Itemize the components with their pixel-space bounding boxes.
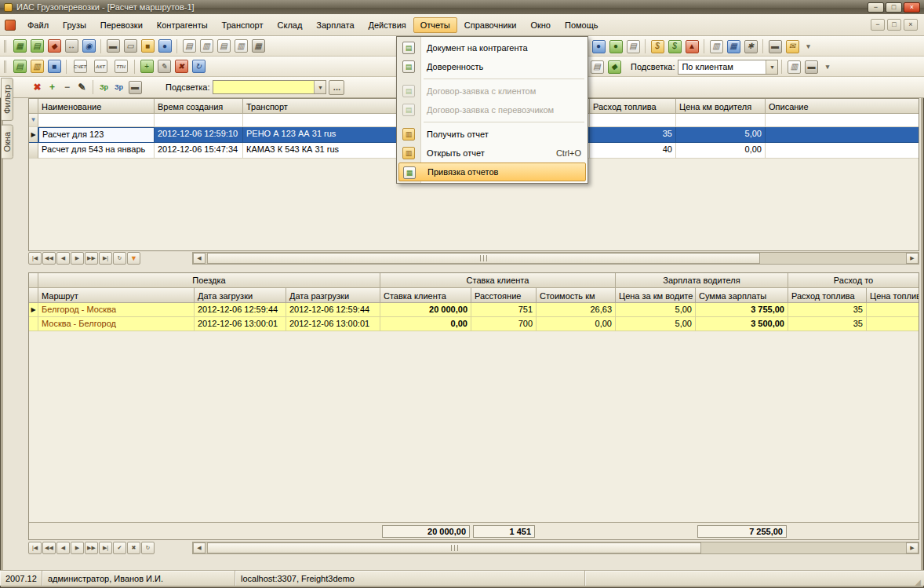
trip-salary-cell[interactable]: 3 500,00	[696, 317, 788, 331]
route-icon[interactable]: ◆	[606, 58, 623, 75]
column-header-load-date[interactable]: Дата загрузки	[195, 288, 286, 303]
tab-windows[interactable]: Окна	[1, 125, 13, 159]
salary-icon[interactable]: $	[666, 38, 683, 55]
calculator-icon[interactable]: ▦	[249, 38, 267, 55]
trip-cost-km-cell[interactable]: 26,63	[537, 303, 616, 317]
nav-refresh-button[interactable]: ↻	[141, 542, 155, 554]
print-grid-icon[interactable]: ▬	[802, 58, 820, 75]
chart-icon[interactable]: ▦	[725, 38, 742, 55]
close-button[interactable]: ×	[904, 2, 920, 13]
column-header-name[interactable]: Наименование	[38, 99, 155, 114]
menu-item-client-contract[interactable]: ▤ Договор-заявка с клиентом	[397, 82, 588, 100]
column-header-price-km[interactable]: Цена км водителя	[676, 99, 766, 114]
edit-filter-icon[interactable]: ✎	[75, 80, 89, 95]
menu-help[interactable]: Помощь	[558, 17, 606, 33]
toolbar-overflow-icon[interactable]: ▾	[820, 60, 835, 75]
menu-item-carrier-contract[interactable]: ▤ Договор-заявка с перевозчиком	[397, 100, 588, 119]
nav-first-button[interactable]: |◀	[28, 542, 42, 554]
trip-fuel-cell[interactable]: 35	[788, 317, 867, 331]
remove-filter-icon[interactable]: −	[60, 80, 75, 95]
clear-filter-icon[interactable]: ✖	[30, 80, 45, 95]
menu-item-report-binding[interactable]: ▦ Привязка отчетов	[398, 163, 586, 181]
column-header-fuel[interactable]: Расход топлива	[788, 288, 867, 303]
nav-last-button[interactable]: ▶|	[99, 542, 112, 554]
column-header-salary[interactable]: Сумма зарплаты	[696, 288, 788, 303]
menu-cargo[interactable]: Грузы	[56, 17, 93, 33]
calculation-fuel-cell[interactable]: 35	[590, 127, 676, 143]
band-client-rate[interactable]: Ставка клиента	[380, 273, 616, 288]
distance-icon[interactable]: ↔	[63, 38, 80, 55]
filter-cell[interactable]	[676, 114, 766, 127]
waybill-icon[interactable]: ▥	[232, 38, 249, 55]
band-trip[interactable]: Поездка	[38, 273, 380, 288]
menu-item-open-report[interactable]: ▥ Открыть отчет Ctrl+O	[397, 144, 588, 163]
trip-route-cell[interactable]: Белгород - Москва	[38, 303, 195, 317]
filter-cell[interactable]	[766, 114, 919, 127]
trip-route-cell[interactable]: Москва - Белгород	[38, 317, 195, 331]
band-driver-salary[interactable]: Зарплата водителя	[616, 273, 788, 288]
ttn-document-icon[interactable]: ТТН	[111, 58, 131, 75]
band-fuel[interactable]: Расход то	[788, 273, 919, 288]
nav-next-page-button[interactable]: ▶▶	[85, 542, 98, 554]
nav-cancel-button[interactable]: ✖	[127, 542, 140, 554]
nav-prior-page-button[interactable]: ◀◀	[42, 542, 56, 554]
menu-actions[interactable]: Действия	[362, 17, 413, 33]
toolbar-overflow-icon[interactable]: ▾	[801, 39, 816, 54]
nav-prior-button[interactable]: ◀	[56, 542, 70, 554]
trip-driver-km-price-cell[interactable]: 5,00	[616, 303, 696, 317]
filter-cell[interactable]	[590, 114, 676, 127]
toolbar-grip[interactable]	[4, 60, 8, 73]
scroll-left-button[interactable]: ◀	[193, 542, 206, 553]
invoice-document-icon[interactable]: СЧЕТ	[70, 58, 90, 75]
open-calculation-icon[interactable]: ▥	[28, 58, 45, 75]
nav-refresh-button[interactable]: ↻	[113, 252, 126, 265]
new-calculation-icon[interactable]: ▤	[11, 58, 28, 75]
trip-fuel-cell[interactable]: 35	[788, 303, 867, 317]
globe-icon[interactable]: ◉	[80, 38, 97, 55]
trip-row[interactable]: ▶ Белгород - Москва 2012-12-06 12:59:44 …	[29, 303, 919, 317]
mdi-minimize-button[interactable]: −	[871, 19, 885, 31]
menu-reports[interactable]: Отчеты	[413, 17, 457, 33]
save-icon[interactable]: ■	[45, 58, 63, 75]
column-header-unload-date[interactable]: Дата разгрузки	[286, 288, 380, 303]
mdi-restore-button[interactable]: □	[887, 19, 901, 31]
nav-post-button[interactable]: ✔	[113, 542, 126, 554]
column-header-description[interactable]: Описание	[766, 99, 919, 114]
print-filter-icon[interactable]: ▬	[126, 79, 144, 96]
invoice-icon[interactable]: ▥	[198, 38, 215, 55]
highlight-more-button[interactable]: ...	[329, 80, 344, 95]
nav-next-button[interactable]: ▶	[71, 542, 84, 554]
column-header-route[interactable]: Маршрут	[38, 288, 195, 303]
calculation-price-km-cell[interactable]: 5,00	[676, 127, 766, 143]
trip-unload-date-cell[interactable]: 2012-12-06 12:59:44	[286, 303, 380, 317]
mail-icon[interactable]: ✉	[784, 38, 801, 55]
calculation-name-cell[interactable]: Расчет для 123	[38, 127, 155, 143]
menu-warehouse[interactable]: Склад	[271, 17, 310, 33]
calculation-created-cell[interactable]: 2012-12-06 12:59:10	[155, 127, 243, 143]
calculation-transport-cell[interactable]: РЕНО А 123 АА 31 rus	[243, 127, 397, 143]
settings-icon[interactable]: ✱	[742, 38, 759, 55]
menu-transportations[interactable]: Перевозки	[93, 17, 150, 33]
calculation-created-cell[interactable]: 2012-12-06 15:47:34	[155, 143, 243, 159]
calculation-name-cell[interactable]: Расчет для 543 на январь	[38, 143, 155, 159]
column-header-driver-km-price[interactable]: Цена за км водите	[616, 288, 696, 303]
menu-item-contractor-document[interactable]: ▤ Документ на контрагента	[397, 38, 588, 57]
map-marker-icon[interactable]: ◆	[45, 38, 63, 55]
calculation-fuel-cell[interactable]: 40	[590, 143, 676, 159]
nav-filter-button[interactable]: ▼	[127, 252, 140, 265]
trip-fuel-price-cell[interactable]	[867, 303, 919, 317]
calculation-description-cell[interactable]	[766, 143, 919, 159]
horizontal-scrollbar[interactable]: ◀ ▶	[192, 542, 919, 554]
nav-next-button[interactable]: ▶	[71, 252, 84, 265]
child-window-icon[interactable]	[5, 20, 16, 31]
menu-item-get-report[interactable]: ▥ Получить отчет	[397, 125, 588, 144]
trip-client-rate-cell[interactable]: 20 000,00	[380, 303, 471, 317]
filter-cell[interactable]	[38, 114, 155, 127]
fuel-icon[interactable]: ▲	[683, 38, 700, 55]
chevron-down-icon[interactable]: ▼	[314, 81, 326, 93]
contract-icon[interactable]: ▤	[624, 38, 642, 55]
truck-icon[interactable]: ▬	[104, 38, 122, 55]
trip-driver-km-price-cell[interactable]: 5,00	[616, 317, 696, 331]
trip-distance-cell[interactable]: 700	[471, 317, 537, 331]
copy-icon[interactable]: ▤	[588, 58, 606, 75]
